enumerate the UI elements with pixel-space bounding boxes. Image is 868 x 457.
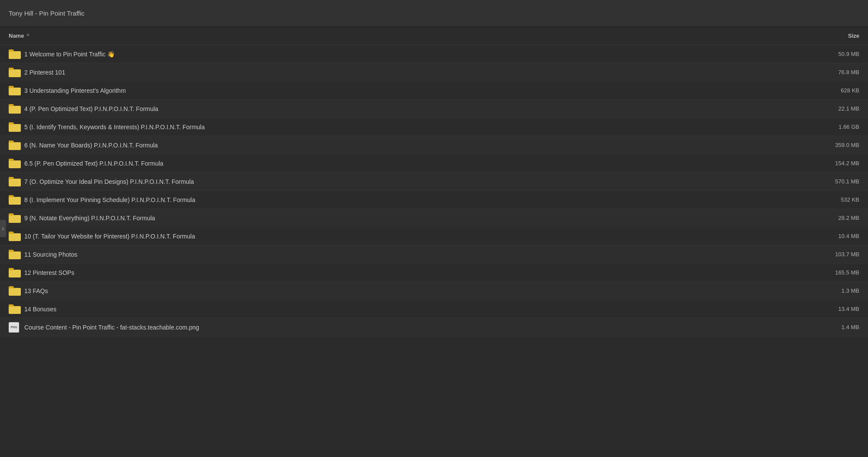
folder-icon <box>9 195 21 205</box>
file-name: 7 (O. Optimize Your Ideal Pin Designs) P… <box>24 178 807 185</box>
file-name: 6.5 (P. Pen Optimized Text) P.I.N.P.O.I.… <box>24 160 807 167</box>
folder-icon <box>9 250 21 259</box>
folder-icon <box>9 213 21 223</box>
file-size: 1.4 MB <box>807 324 859 330</box>
file-size: 13.4 MB <box>807 306 859 312</box>
column-headers: Name ^ Size <box>0 27 868 45</box>
file-list: 1 Welcome to Pin Point Traffic 👋50.9 MB2… <box>0 45 868 336</box>
name-column-header[interactable]: Name ^ <box>9 33 807 39</box>
file-name: Course Content - Pin Point Traffic - fat… <box>24 324 807 331</box>
file-size: 628 KB <box>807 87 859 94</box>
file-name: 12 Pinterest SOPs <box>24 269 807 276</box>
file-name: 10 (T. Tailor Your Website for Pinterest… <box>24 233 807 240</box>
folder-icon <box>9 86 21 95</box>
size-column-header[interactable]: Size <box>807 33 859 39</box>
file-icon: PNG <box>9 322 19 333</box>
file-size: 103.7 MB <box>807 251 859 258</box>
list-item[interactable]: 3 Understanding Pinterest's Algorithm628… <box>0 82 868 100</box>
file-name: 3 Understanding Pinterest's Algorithm <box>24 87 807 94</box>
list-item[interactable]: 7 (O. Optimize Your Ideal Pin Designs) P… <box>0 173 868 191</box>
list-item[interactable]: 11 Sourcing Photos103.7 MB <box>0 245 868 264</box>
file-size: 154.2 MB <box>807 160 859 166</box>
folder-icon <box>9 304 21 314</box>
file-size: 359.0 MB <box>807 142 859 148</box>
list-item[interactable]: 8 (I. Implement Your Pinning Schedule) P… <box>0 191 868 209</box>
list-item[interactable]: 9 (N. Notate Everything) P.I.N.P.O.I.N.T… <box>0 209 868 227</box>
file-size: 76.8 MB <box>807 69 859 75</box>
list-item[interactable]: 6.5 (P. Pen Optimized Text) P.I.N.P.O.I.… <box>0 154 868 173</box>
file-name: 11 Sourcing Photos <box>24 251 807 258</box>
list-item[interactable]: 6 (N. Name Your Boards) P.I.N.P.O.I.N.T.… <box>0 136 868 154</box>
file-name: 14 Bonuses <box>24 306 807 313</box>
file-size: 532 KB <box>807 196 859 203</box>
window-title: Tony Hill - Pin Point Traffic <box>9 10 85 17</box>
title-bar: Tony Hill - Pin Point Traffic <box>0 0 868 27</box>
folder-icon <box>9 286 21 296</box>
file-name: 1 Welcome to Pin Point Traffic 👋 <box>24 51 807 58</box>
folder-icon <box>9 268 21 277</box>
file-size: 1.66 GB <box>807 124 859 130</box>
file-name: 4 (P. Pen Optimized Text) P.I.N.P.O.I.N.… <box>24 105 807 112</box>
list-item[interactable]: 14 Bonuses13.4 MB <box>0 300 868 318</box>
file-size: 28.2 MB <box>807 215 859 221</box>
folder-icon <box>9 140 21 150</box>
list-item[interactable]: 10 (T. Tailor Your Website for Pinterest… <box>0 227 868 245</box>
list-item[interactable]: 12 Pinterest SOPs165.5 MB <box>0 264 868 282</box>
folder-icon <box>9 122 21 132</box>
folder-icon <box>9 68 21 77</box>
folder-icon <box>9 177 21 186</box>
file-name: 6 (N. Name Your Boards) P.I.N.P.O.I.N.T.… <box>24 142 807 149</box>
list-item[interactable]: 1 Welcome to Pin Point Traffic 👋50.9 MB <box>0 45 868 63</box>
file-name: 8 (I. Implement Your Pinning Schedule) P… <box>24 196 807 203</box>
list-item[interactable]: 13 FAQs1.3 MB <box>0 282 868 300</box>
file-size: 22.1 MB <box>807 105 859 112</box>
folder-icon <box>9 49 21 59</box>
file-name: 13 FAQs <box>24 287 807 294</box>
file-size: 50.9 MB <box>807 51 859 57</box>
file-size: 1.3 MB <box>807 287 859 294</box>
file-size: 165.5 MB <box>807 269 859 276</box>
file-size: 570.1 MB <box>807 178 859 185</box>
list-item[interactable]: 5 (I. Identify Trends, Keywords & Intere… <box>0 118 868 136</box>
file-name: 2 Pinterest 101 <box>24 69 807 76</box>
list-item[interactable]: 2 Pinterest 10176.8 MB <box>0 63 868 82</box>
side-panel-handle[interactable] <box>0 220 6 237</box>
list-item[interactable]: PNGCourse Content - Pin Point Traffic - … <box>0 318 868 336</box>
folder-icon <box>9 232 21 241</box>
folder-icon <box>9 159 21 168</box>
folder-icon <box>9 104 21 114</box>
sort-arrow-icon: ^ <box>26 33 29 38</box>
file-name: 5 (I. Identify Trends, Keywords & Intere… <box>24 124 807 131</box>
file-name: 9 (N. Notate Everything) P.I.N.P.O.I.N.T… <box>24 215 807 222</box>
file-size: 10.4 MB <box>807 233 859 239</box>
list-item[interactable]: 4 (P. Pen Optimized Text) P.I.N.P.O.I.N.… <box>0 100 868 118</box>
